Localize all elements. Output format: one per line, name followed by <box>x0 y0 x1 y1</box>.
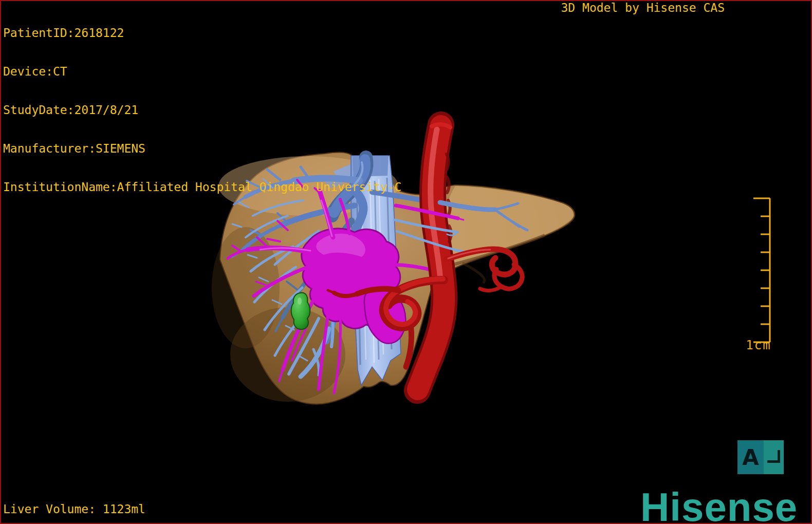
3d-viewport[interactable]: PatientID:2618122 Device:CT StudyDate:20… <box>0 0 812 524</box>
institution-line: InstitutionName:Affiliated Hospital Qing… <box>3 181 401 194</box>
liver-volume-label: Liver Volume: 1123ml <box>3 502 145 516</box>
orientation-face-label: A <box>737 440 764 474</box>
orientation-marker[interactable]: A <box>737 440 784 474</box>
device-line: Device:CT <box>3 65 401 78</box>
manufacturer-line: Manufacturer:SIEMENS <box>3 142 401 155</box>
scale-ruler <box>746 194 777 346</box>
hisense-logo: Hisense <box>640 484 798 524</box>
app-title: 3D Model by Hisense CAS <box>561 1 725 14</box>
corner-bracket-icon <box>767 450 780 463</box>
patient-id-line: PatientID:2618122 <box>3 27 401 40</box>
lesion-mesh <box>291 293 310 329</box>
study-date-line: StudyDate:2017/8/21 <box>3 104 401 117</box>
patient-info-overlay: PatientID:2618122 Device:CT StudyDate:20… <box>3 1 401 219</box>
ruler-unit-label: 1cm <box>742 338 775 352</box>
orientation-side-face <box>764 440 784 474</box>
